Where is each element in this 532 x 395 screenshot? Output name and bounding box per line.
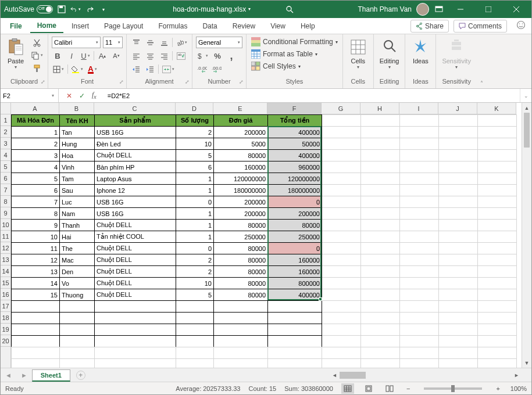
table-row[interactable]: 5TamLaptop Asus1120000000120000000 (12, 173, 517, 185)
col-header-K[interactable]: K (477, 103, 516, 114)
row-header-7[interactable]: 7 (1, 184, 11, 196)
sheet-tab-sheet1[interactable]: Sheet1 (32, 369, 70, 382)
expand-formula-bar-icon[interactable]: ⌄ (520, 89, 531, 102)
font-name-combo[interactable]: Calibri▾ (52, 37, 101, 48)
feedback-icon[interactable] (516, 20, 526, 31)
align-middle-button[interactable] (144, 37, 156, 48)
scroll-thumb[interactable] (524, 113, 530, 148)
font-size-combo[interactable]: 11▾ (103, 37, 123, 48)
table-row[interactable]: 4VinhBàn phím HP6160000960000 (12, 161, 517, 173)
accounting-format-button[interactable]: $ (196, 50, 209, 62)
ribbon-display-icon[interactable] (434, 4, 444, 15)
row-header-14[interactable]: 14 (1, 265, 11, 277)
table-row[interactable]: 1TanUSB 16G2200000400000 (12, 127, 517, 138)
font-launcher-icon[interactable]: ⤢ (119, 79, 124, 85)
zoom-level[interactable]: 100% (510, 385, 527, 392)
row-header-2[interactable]: 2 (1, 126, 11, 138)
italic-button[interactable]: I (66, 50, 77, 62)
cut-button[interactable] (30, 37, 44, 48)
table-row[interactable]: 15ThuongChuột DELL580000400000 (12, 289, 517, 301)
copy-button[interactable] (30, 49, 44, 61)
scroll-right-icon[interactable]: ► (512, 372, 522, 378)
zoom-slider[interactable] (424, 387, 482, 390)
cells-button[interactable]: Cells▾ (347, 37, 370, 71)
row-header-10[interactable]: 10 (1, 219, 11, 231)
minimize-button[interactable] (449, 1, 472, 18)
table-row[interactable]: 13DenChuột DELL280000160000 (12, 266, 517, 278)
tab-file[interactable]: File (6, 20, 29, 33)
row-header-20[interactable]: 20 (1, 335, 11, 347)
scroll-up-icon[interactable]: ▲ (522, 103, 531, 113)
zoom-out-button[interactable]: − (404, 385, 412, 392)
row-header-5[interactable]: 5 (1, 161, 11, 173)
align-right-button[interactable] (158, 50, 170, 62)
number-launcher-icon[interactable]: ⤢ (239, 79, 244, 85)
undo-icon[interactable]: ▾ (70, 4, 81, 15)
align-top-button[interactable] (130, 37, 142, 48)
new-sheet-icon[interactable]: + (76, 371, 85, 380)
row-header-3[interactable]: 3 (1, 138, 11, 149)
formula-input[interactable] (104, 89, 520, 102)
font-color-button[interactable]: A (87, 63, 98, 75)
borders-button[interactable] (52, 63, 65, 75)
increase-indent-button[interactable] (144, 63, 156, 75)
col-header-D[interactable]: D (176, 103, 213, 114)
tab-formulas[interactable]: Formulas (151, 20, 194, 33)
col-header-F[interactable]: F (267, 103, 322, 114)
align-center-button[interactable] (144, 50, 156, 62)
cells-viewport[interactable]: Mã Hóa ĐơnTên KHSản phẩmSố lượngĐơn giáT… (11, 114, 522, 368)
row-header-9[interactable]: 9 (1, 207, 11, 219)
user-name[interactable]: Thanh Pham Van (358, 5, 412, 13)
col-header-E[interactable]: E (213, 103, 267, 114)
sheet-nav-next-icon[interactable]: ► (16, 372, 32, 379)
table-row[interactable]: 3HoaChuột DELL580000400000 (12, 150, 517, 161)
row-header-6[interactable]: 6 (1, 173, 11, 184)
page-layout-view-icon[interactable] (362, 383, 375, 394)
select-all-corner[interactable] (1, 103, 11, 114)
autosave-toggle[interactable]: AutoSave Off (4, 5, 53, 13)
page-break-view-icon[interactable] (383, 383, 396, 394)
underline-button[interactable]: U (80, 50, 91, 62)
row-header-12[interactable]: 12 (1, 242, 11, 254)
increase-decimal-button[interactable]: .0.00 (196, 63, 208, 75)
collapse-ribbon-icon[interactable]: ˄ (477, 34, 487, 88)
save-icon[interactable] (56, 4, 67, 15)
alignment-launcher-icon[interactable]: ⤢ (185, 79, 190, 85)
row-header-4[interactable]: 4 (1, 149, 11, 161)
maximize-button[interactable] (477, 1, 500, 18)
align-bottom-button[interactable] (158, 37, 170, 48)
format-as-table-button[interactable]: Format as Table ▾ (250, 49, 339, 59)
paste-button[interactable]: Paste▾ (4, 37, 27, 71)
col-header-I[interactable]: I (399, 103, 438, 114)
fill-color-button[interactable] (70, 63, 84, 75)
close-button[interactable] (505, 1, 528, 18)
scroll-down-icon[interactable]: ▼ (522, 358, 531, 368)
increase-font-button[interactable]: A▴ (97, 50, 108, 62)
cell-styles-button[interactable]: Cell Styles ▾ (250, 61, 339, 71)
table-row[interactable]: 2HungĐèn Led10500050000 (12, 138, 517, 150)
tab-page-layout[interactable]: Page Layout (97, 20, 150, 33)
tab-help[interactable]: Help (294, 20, 322, 33)
table-row[interactable]: 6SauIphone 121180000000180000000 (12, 185, 517, 196)
share-button[interactable]: Share (410, 20, 449, 33)
table-row[interactable]: 12MacChuột DELL280000160000 (12, 254, 517, 266)
tab-insert[interactable]: Insert (65, 20, 96, 33)
tab-review[interactable]: Review (226, 20, 262, 33)
name-box[interactable]: F2▾ (1, 89, 59, 102)
percent-button[interactable]: % (212, 50, 223, 62)
table-row[interactable]: 9ThanhChuột DELL18000080000 (12, 220, 517, 231)
conditional-formatting-button[interactable]: Conditional Formatting ▾ (250, 37, 339, 47)
orientation-button[interactable]: ab (175, 37, 188, 48)
cancel-formula-icon[interactable]: ✕ (63, 92, 75, 100)
hscroll-thumb[interactable] (340, 372, 366, 379)
table-row[interactable]: 11TheChuột DELL0800000 (12, 243, 517, 254)
row-header-1[interactable]: 1 (1, 114, 11, 126)
row-header-8[interactable]: 8 (1, 196, 11, 207)
decrease-indent-button[interactable] (130, 63, 142, 75)
row-header-15[interactable]: 15 (1, 277, 11, 289)
decrease-decimal-button[interactable]: .00.0 (210, 63, 223, 75)
redo-icon[interactable] (84, 4, 95, 15)
decrease-font-button[interactable]: A▾ (110, 50, 122, 62)
table-row[interactable]: 14VoChuột DELL1080000800000 (12, 278, 517, 289)
tab-data[interactable]: Data (195, 20, 224, 33)
